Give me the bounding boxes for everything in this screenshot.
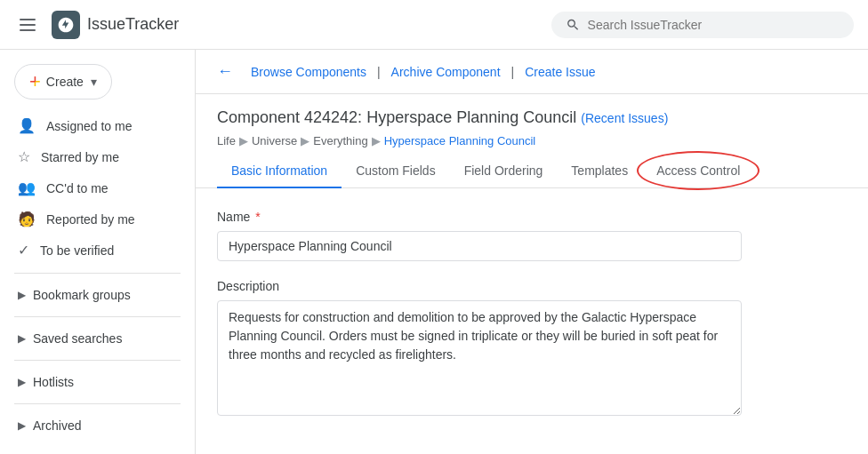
app-name: IssueTracker [87, 15, 179, 34]
sidebar-expandable-label: Saved searches [33, 331, 122, 346]
sidebar-item-starred-by-me[interactable]: ☆ Starred by me [0, 141, 188, 172]
name-input[interactable] [217, 231, 742, 261]
people-icon: 👥 [18, 179, 36, 196]
sidebar-item-label: Assigned to me [46, 119, 133, 133]
sidebar-item-label: Reported by me [46, 212, 135, 227]
name-field-label: Name * [217, 210, 847, 224]
create-button[interactable]: + Create ▾ [14, 64, 112, 100]
sidebar-item-label: CC'd to me [46, 181, 108, 195]
nav-separator: | [374, 65, 384, 79]
tab-templates[interactable]: Templates [557, 155, 642, 188]
breadcrumb-sep: ▶ [372, 134, 381, 147]
expand-right-icon: ▶ [18, 332, 26, 345]
tabs: Basic Information Custom Fields Field Or… [196, 155, 868, 188]
breadcrumb-trail: Life ▶ Universe ▶ Everything ▶ Hyperspac… [217, 134, 847, 147]
tab-basic-information[interactable]: Basic Information [217, 155, 342, 188]
tab-access-control[interactable]: Access Control [642, 155, 754, 188]
form-content: Name * Description [196, 188, 868, 454]
name-field-group: Name * [217, 210, 847, 261]
breadcrumb-sep: ▶ [239, 134, 248, 147]
component-title-text: Component 424242: Hyperspace Planning Co… [217, 108, 576, 126]
sidebar-expandable-label: Hotlists [33, 375, 74, 389]
sidebar-expandable-label: Bookmark groups [33, 288, 131, 302]
nav-link-create-issue[interactable]: Create Issue [521, 65, 599, 79]
search-icon [566, 17, 581, 33]
tab-field-ordering[interactable]: Field Ordering [450, 155, 558, 188]
topbar: IssueTracker [0, 0, 868, 50]
search-input[interactable] [588, 18, 840, 32]
person-icon: 👤 [18, 117, 36, 134]
sidebar-item-ccd-to-me[interactable]: 👥 CC'd to me [0, 172, 188, 203]
expand-right-icon: ▶ [18, 376, 26, 388]
component-title: Component 424242: Hyperspace Planning Co… [217, 108, 847, 127]
sidebar-item-to-be-verified[interactable]: ✓ To be verified [0, 235, 188, 266]
description-input[interactable] [217, 300, 742, 416]
sidebar-divider [14, 273, 181, 274]
sidebar-item-saved-searches[interactable]: ▶ Saved searches [0, 324, 188, 353]
person-add-icon: 🧑 [18, 211, 36, 227]
sidebar-item-hotlists[interactable]: ▶ Hotlists [0, 368, 188, 396]
component-header: Component 424242: Hyperspace Planning Co… [196, 94, 868, 147]
breadcrumb-everything[interactable]: Everything [313, 134, 367, 147]
tab-custom-fields[interactable]: Custom Fields [342, 155, 449, 188]
sidebar-divider [14, 403, 181, 404]
expand-right-icon: ▶ [18, 419, 26, 432]
sidebar-item-assigned-to-me[interactable]: 👤 Assigned to me [0, 110, 188, 141]
description-field-group: Description [217, 279, 847, 418]
sidebar-divider [14, 316, 181, 317]
sidebar-item-label: Starred by me [41, 150, 119, 164]
sidebar-item-label: To be verified [40, 243, 114, 258]
create-chevron-icon: ▾ [91, 75, 97, 89]
sidebar-item-reported-by-me[interactable]: 🧑 Reported by me [0, 203, 188, 235]
sidebar-divider [14, 360, 181, 361]
nav-link-browse-components[interactable]: Browse Components [247, 65, 370, 79]
create-plus-icon: + [29, 72, 41, 92]
expand-right-icon: ▶ [18, 289, 26, 301]
star-icon: ☆ [18, 148, 30, 165]
page-nav: ← Browse Components | Archive Component … [196, 50, 868, 94]
hamburger-button[interactable] [14, 13, 41, 36]
breadcrumb-universe[interactable]: Universe [252, 134, 297, 147]
app-logo[interactable]: IssueTracker [52, 11, 179, 39]
main-content: ← Browse Components | Archive Component … [196, 50, 868, 454]
sidebar-expandable-label: Archived [33, 418, 81, 433]
search-bar[interactable] [551, 12, 854, 38]
check-icon: ✓ [18, 242, 29, 259]
create-button-wrap: + Create ▾ [0, 57, 195, 110]
sidebar: + Create ▾ 👤 Assigned to me ☆ Starred by… [0, 50, 196, 454]
breadcrumb-sep: ▶ [301, 134, 309, 147]
create-label: Create [46, 75, 84, 89]
sidebar-item-archived[interactable]: ▶ Archived [0, 411, 188, 440]
recent-issues-link[interactable]: (Recent Issues) [581, 111, 668, 125]
nav-separator: | [508, 65, 518, 79]
description-field-label: Description [217, 279, 847, 293]
nav-link-archive-component[interactable]: Archive Component [388, 65, 504, 79]
required-star: * [255, 210, 260, 224]
breadcrumb-active[interactable]: Hyperspace Planning Council [384, 134, 536, 147]
sidebar-item-bookmark-groups[interactable]: ▶ Bookmark groups [0, 281, 188, 309]
back-button[interactable]: ← [217, 59, 240, 84]
breadcrumb-life[interactable]: Life [217, 134, 236, 147]
